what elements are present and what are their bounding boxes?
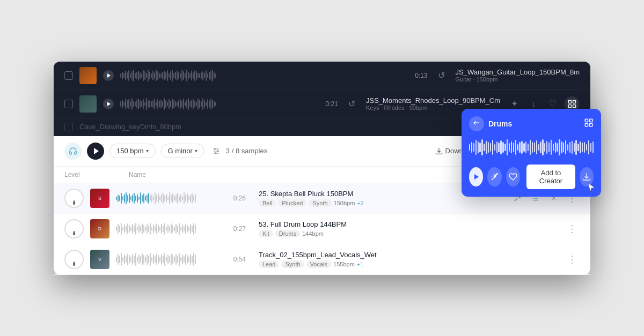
popup-download-button[interactable] [580, 167, 594, 186]
headphone-button[interactable] [64, 143, 82, 160]
waveform [116, 251, 223, 268]
track-tags: Kit Drums 144bpm [259, 230, 558, 237]
bpm-filter-button[interactable]: 150 bpm ▾ [109, 144, 156, 158]
svg-rect-2 [568, 104, 571, 107]
track-name: Track_02_155bpm_Lead_Vocals_Wet [259, 251, 558, 259]
download-icon [435, 147, 443, 155]
track-duration: 0:26 [230, 195, 246, 202]
track-tags: Bell Plucked Synth 150bpm +2 [259, 199, 503, 207]
svg-rect-0 [568, 100, 571, 103]
svg-rect-4 [585, 119, 588, 122]
track-meta: Guitar · 150bpm [456, 76, 580, 83]
bpm-label: 144bpm [302, 230, 324, 237]
add-to-creator-button[interactable]: Add to Creator [526, 165, 575, 189]
track-thumbnail: S [90, 189, 109, 208]
popup-play-button[interactable] [469, 167, 483, 186]
popup-title: Drums [488, 120, 512, 128]
track-tags: Lead Synth Vocals 155bpm +1 [259, 260, 558, 268]
track-name: 53. Full Drum Loop 144BPM [259, 220, 558, 228]
more-options-button[interactable]: ⋮ [565, 221, 580, 236]
bpm-label: 155bpm [333, 261, 355, 267]
reset-icon[interactable]: ↺ [345, 96, 360, 111]
play-button[interactable] [103, 99, 114, 109]
svg-point-12 [217, 150, 218, 152]
track-checkbox[interactable] [64, 123, 73, 131]
equalizer-icon [212, 147, 221, 155]
tag[interactable]: Bell [259, 199, 276, 207]
popup-magic-wand-button[interactable] [487, 167, 501, 186]
popup-waveform [469, 137, 594, 158]
popup-actions: Add to Creator [469, 165, 594, 189]
svg-point-11 [214, 148, 216, 150]
track-name-partial: Cave_Drawing_keyDmin_80bpm [79, 123, 181, 131]
level-knob[interactable]: 0 [64, 250, 84, 269]
svg-rect-7 [590, 123, 592, 126]
track-thumbnail [79, 67, 97, 84]
main-container: 0:13 ↺ JS_Wangan_Guitar_Loop_150BPM_8m G… [54, 62, 590, 275]
eq-icon-group: 3 / 8 samples [212, 147, 267, 155]
level-knob[interactable]: 0 [64, 189, 84, 208]
popup-header: Drums [469, 116, 594, 131]
tag[interactable]: Kit [259, 230, 273, 237]
track-name: JS_Wangan_Guitar_Loop_150BPM_8m [456, 68, 580, 76]
waveform [120, 96, 319, 112]
tag[interactable]: Drums [275, 230, 300, 237]
tag[interactable]: Synth [281, 260, 304, 268]
tag[interactable]: Synth [309, 199, 331, 207]
reset-icon[interactable]: ↺ [434, 68, 449, 83]
track-row: 0 V 0:54 Track_02_155bpm_Lead_Vocals_Wet… [54, 244, 590, 275]
waveform [116, 190, 223, 207]
track-duration: 0:27 [230, 225, 246, 233]
more-options-button[interactable]: ⋮ [565, 252, 580, 267]
row-actions: ⋮ [565, 252, 580, 267]
tag[interactable]: Lead [259, 260, 279, 268]
track-name: JSS_Moments_Rhodes_Loop_90BPM_Cm [366, 96, 500, 104]
track-thumbnail: V [90, 250, 109, 269]
track-row: 0 D 0:27 53. Full Drum Loop 144BPM Kit D… [54, 214, 590, 244]
more-tags-button[interactable]: +2 [357, 200, 364, 206]
chevron-down-icon: ▾ [146, 148, 149, 154]
svg-rect-3 [573, 104, 576, 107]
bpm-label: 150bpm [334, 200, 355, 206]
tag[interactable]: Plucked [278, 199, 306, 207]
row-actions: ⋮ [565, 221, 580, 236]
key-filter-button[interactable]: G minor ▾ [161, 144, 204, 158]
chevron-down-icon: ▾ [195, 148, 197, 154]
popup-heart-button[interactable] [506, 167, 520, 186]
track-thumbnail: D [90, 219, 109, 238]
track-checkbox[interactable] [64, 71, 73, 80]
track-info: 53. Full Drum Loop 144BPM Kit Drums 144b… [252, 220, 558, 237]
level-knob[interactable]: 0 [64, 219, 84, 238]
sample-count: 3 / 8 samples [226, 147, 267, 155]
popup-card: Drums [462, 109, 601, 197]
main-play-button[interactable] [87, 143, 104, 160]
track-row: 0:21 ↺ JSS_Moments_Rhodes_Loop_90BPM_Cm … [54, 90, 590, 118]
track-duration: 0:13 [415, 72, 427, 79]
more-tags-button[interactable]: +1 [357, 261, 364, 267]
top-section: 0:13 ↺ JS_Wangan_Guitar_Loop_150BPM_8m G… [54, 62, 590, 136]
track-checkbox[interactable] [64, 100, 73, 108]
tag[interactable]: Vocals [306, 260, 331, 268]
popup-grid-icon[interactable] [584, 118, 594, 130]
track-duration: 0:21 [326, 100, 338, 108]
track-info: JS_Wangan_Guitar_Loop_150BPM_8m Guitar ·… [456, 68, 580, 83]
track-duration: 0:54 [230, 256, 246, 263]
svg-rect-6 [585, 123, 588, 126]
popup-back-button[interactable] [469, 116, 484, 131]
svg-point-13 [215, 152, 216, 154]
track-thumbnail [79, 95, 97, 113]
track-row: 0:13 ↺ JS_Wangan_Guitar_Loop_150BPM_8m G… [54, 62, 590, 90]
waveform [116, 220, 223, 237]
level-column-header: Level [64, 171, 129, 178]
track-info: Track_02_155bpm_Lead_Vocals_Wet Lead Syn… [252, 251, 558, 268]
svg-rect-5 [590, 119, 592, 122]
svg-rect-1 [573, 100, 576, 103]
play-button[interactable] [103, 70, 114, 81]
cursor-icon [587, 182, 596, 193]
waveform [120, 68, 408, 84]
